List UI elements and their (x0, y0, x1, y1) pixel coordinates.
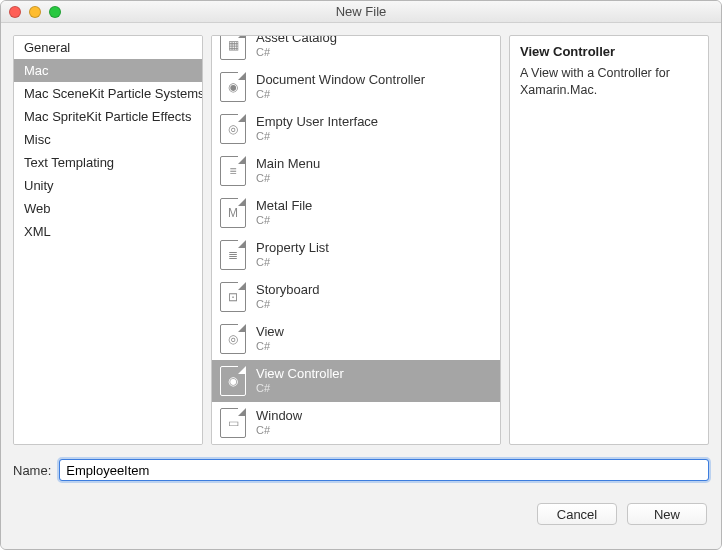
category-item[interactable]: Mac (14, 59, 202, 82)
file-icon: ▦ (220, 35, 246, 60)
category-item[interactable]: General (14, 36, 202, 59)
category-item[interactable]: Mac SpriteKit Particle Effects (14, 105, 202, 128)
file-glyph-icon: ◎ (221, 115, 245, 143)
file-icon: ◉ (220, 72, 246, 102)
template-text: Asset CatalogC# (256, 35, 337, 59)
template-item[interactable]: ◎Empty User InterfaceC# (212, 108, 500, 150)
footer: Cancel New (1, 485, 721, 539)
new-button[interactable]: New (627, 503, 707, 525)
template-item[interactable]: ≣Property ListC# (212, 234, 500, 276)
file-glyph-icon: ⊡ (221, 283, 245, 311)
file-icon: M (220, 198, 246, 228)
template-item[interactable]: ≡Main MenuC# (212, 150, 500, 192)
file-glyph-icon: ◉ (221, 73, 245, 101)
file-icon: ≣ (220, 240, 246, 270)
template-name: Storyboard (256, 283, 320, 298)
template-name: Empty User Interface (256, 115, 378, 130)
file-icon: ◎ (220, 114, 246, 144)
file-icon: ▭ (220, 408, 246, 438)
file-glyph-icon: ≣ (221, 241, 245, 269)
name-row: Name: (1, 445, 721, 485)
template-name: View Controller (256, 367, 344, 382)
details-panel: View Controller A View with a Controller… (509, 35, 709, 445)
template-subtitle: C# (256, 298, 320, 311)
template-name: Metal File (256, 199, 312, 214)
category-item[interactable]: Web (14, 197, 202, 220)
file-icon: ≡ (220, 156, 246, 186)
template-subtitle: C# (256, 88, 425, 101)
category-item[interactable]: Misc (14, 128, 202, 151)
category-item[interactable]: XML (14, 220, 202, 243)
template-text: Main MenuC# (256, 157, 320, 185)
template-subtitle: C# (256, 130, 378, 143)
template-item[interactable]: ◉Document Window ControllerC# (212, 66, 500, 108)
file-icon: ⊡ (220, 282, 246, 312)
template-text: ViewC# (256, 325, 284, 353)
category-item[interactable]: Mac SceneKit Particle Systems (14, 82, 202, 105)
template-subtitle: C# (256, 382, 344, 395)
file-glyph-icon: ◎ (221, 325, 245, 353)
template-item[interactable]: ◎ViewC# (212, 318, 500, 360)
template-text: View ControllerC# (256, 367, 344, 395)
template-item[interactable]: MMetal FileC# (212, 192, 500, 234)
template-item[interactable]: ◉View ControllerC# (212, 360, 500, 402)
new-file-dialog: New File GeneralMacMac SceneKit Particle… (0, 0, 722, 550)
file-glyph-icon: ▦ (221, 35, 245, 59)
columns: GeneralMacMac SceneKit Particle SystemsM… (1, 23, 721, 445)
file-glyph-icon: ◉ (221, 367, 245, 395)
window-title: New File (1, 4, 721, 19)
titlebar: New File (1, 1, 721, 23)
template-item[interactable]: ⊡StoryboardC# (212, 276, 500, 318)
template-name: Document Window Controller (256, 73, 425, 88)
template-subtitle: C# (256, 256, 329, 269)
file-glyph-icon: ▭ (221, 409, 245, 437)
file-icon: ◎ (220, 324, 246, 354)
file-icon: ◉ (220, 366, 246, 396)
template-subtitle: C# (256, 340, 284, 353)
details-title: View Controller (520, 44, 698, 59)
file-glyph-icon: ≡ (221, 157, 245, 185)
cancel-button[interactable]: Cancel (537, 503, 617, 525)
template-text: Empty User InterfaceC# (256, 115, 378, 143)
category-item[interactable]: Unity (14, 174, 202, 197)
template-text: StoryboardC# (256, 283, 320, 311)
template-subtitle: C# (256, 46, 337, 59)
template-item[interactable]: ▭WindowC# (212, 402, 500, 444)
template-name: Window (256, 409, 302, 424)
name-input[interactable] (59, 459, 709, 481)
template-name: View (256, 325, 284, 340)
details-body: A View with a Controller for Xamarin.Mac… (520, 65, 698, 99)
template-name: Property List (256, 241, 329, 256)
template-text: Document Window ControllerC# (256, 73, 425, 101)
category-list[interactable]: GeneralMacMac SceneKit Particle SystemsM… (13, 35, 203, 445)
template-text: Metal FileC# (256, 199, 312, 227)
template-list[interactable]: ▦Asset CatalogC#◉Document Window Control… (211, 35, 501, 445)
template-text: WindowC# (256, 409, 302, 437)
template-subtitle: C# (256, 172, 320, 185)
template-item[interactable]: ▦Asset CatalogC# (212, 35, 500, 66)
template-name: Main Menu (256, 157, 320, 172)
file-glyph-icon: M (221, 199, 245, 227)
template-subtitle: C# (256, 424, 302, 437)
template-subtitle: C# (256, 214, 312, 227)
template-text: Property ListC# (256, 241, 329, 269)
dialog-body: GeneralMacMac SceneKit Particle SystemsM… (1, 23, 721, 549)
template-name: Asset Catalog (256, 35, 337, 46)
name-label: Name: (13, 463, 51, 478)
category-item[interactable]: Text Templating (14, 151, 202, 174)
